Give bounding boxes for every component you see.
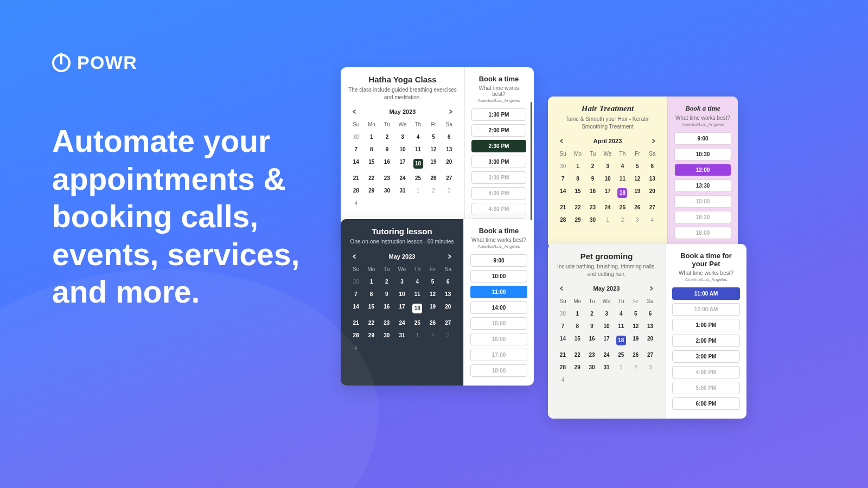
calendar-day[interactable]: 17 [599, 333, 614, 348]
calendar-day[interactable]: 28 [556, 215, 570, 225]
calendar-day[interactable]: 4 [410, 277, 425, 287]
time-slot[interactable]: 3:00 PM [471, 156, 526, 168]
calendar-day-other-month[interactable]: 1 [614, 362, 628, 373]
time-slot[interactable]: 4:00 PM [672, 366, 740, 378]
calendar-day[interactable]: 12 [425, 289, 440, 299]
calendar-day[interactable]: 1 [364, 132, 380, 142]
calendar-day[interactable]: 14 [556, 186, 570, 200]
calendar-day[interactable]: 25 [410, 173, 426, 183]
time-slot[interactable]: 3:30 PM [471, 171, 526, 184]
calendar-day[interactable]: 31 [394, 330, 410, 341]
calendar-day[interactable]: 18 [615, 186, 630, 200]
calendar-day[interactable]: 23 [585, 202, 600, 213]
calendar-day[interactable]: 12 [630, 174, 644, 184]
calendar-day[interactable]: 11 [615, 174, 630, 184]
calendar-day[interactable]: 17 [600, 186, 615, 200]
calendar-day[interactable]: 21 [348, 173, 364, 183]
calendar-day[interactable]: 27 [441, 318, 456, 328]
calendar-day[interactable]: 29 [570, 215, 585, 225]
time-slot[interactable]: 11:00 AM [672, 287, 740, 300]
calendar-day[interactable]: 9 [379, 144, 395, 155]
time-slot[interactable]: 10:30 [674, 148, 731, 160]
scrollbar[interactable] [531, 102, 532, 232]
calendar-day[interactable]: 5 [425, 277, 440, 287]
calendar-day-other-month[interactable]: 2 [628, 362, 643, 373]
calendar-day[interactable]: 2 [379, 132, 395, 142]
calendar-day[interactable]: 5 [426, 132, 442, 142]
prev-month-button[interactable] [559, 138, 564, 144]
calendar-day-other-month[interactable]: 30 [348, 132, 364, 142]
calendar-day[interactable]: 27 [643, 350, 658, 360]
calendar-day[interactable]: 16 [585, 333, 599, 348]
time-slot[interactable]: 3:00 PM [672, 350, 740, 363]
calendar-day-other-month[interactable]: 30 [556, 309, 570, 319]
calendar-day-other-month[interactable]: 4 [348, 343, 363, 353]
calendar-day[interactable]: 15 [570, 333, 585, 348]
calendar-day[interactable]: 27 [441, 173, 457, 183]
calendar-day[interactable]: 16 [585, 186, 600, 200]
calendar-day[interactable]: 24 [395, 173, 411, 183]
calendar-day[interactable]: 2 [585, 161, 600, 171]
calendar-day[interactable]: 16 [379, 157, 395, 171]
calendar-day[interactable]: 4 [615, 161, 630, 171]
calendar-day[interactable]: 4 [410, 132, 426, 142]
calendar-day[interactable]: 3 [599, 309, 614, 319]
calendar-day[interactable]: 26 [426, 173, 442, 183]
time-slot[interactable]: 2:00 PM [471, 124, 526, 137]
calendar-day[interactable]: 11 [410, 289, 425, 299]
time-slot[interactable]: 4:30 PM [471, 203, 526, 215]
calendar-day[interactable]: 19 [628, 333, 643, 348]
time-slot[interactable]: 4:00 PM [471, 187, 526, 200]
calendar-day[interactable]: 25 [615, 202, 630, 213]
calendar-day[interactable]: 9 [585, 321, 599, 331]
calendar-day[interactable]: 29 [364, 185, 380, 196]
calendar-day[interactable]: 3 [395, 132, 411, 142]
calendar-day[interactable]: 30 [585, 215, 600, 225]
calendar-day[interactable]: 6 [645, 161, 660, 171]
calendar-day[interactable]: 3 [600, 161, 615, 171]
calendar-day[interactable]: 14 [348, 301, 363, 316]
next-month-button[interactable] [651, 138, 656, 144]
calendar-day[interactable]: 7 [556, 174, 570, 184]
calendar-day[interactable]: 1 [570, 309, 585, 319]
time-slot[interactable]: 1:00 PM [672, 319, 740, 331]
calendar-day-other-month[interactable]: 4 [556, 375, 570, 385]
calendar-day[interactable]: 21 [556, 350, 570, 360]
calendar-day[interactable]: 19 [426, 157, 442, 171]
calendar-day[interactable]: 10 [600, 174, 615, 184]
calendar-day-other-month[interactable]: 3 [441, 185, 457, 196]
calendar-day[interactable]: 7 [348, 144, 364, 155]
calendar-day[interactable]: 2 [585, 309, 599, 319]
next-month-button[interactable] [448, 109, 454, 114]
calendar-day[interactable]: 14 [556, 333, 570, 348]
calendar-day-other-month[interactable]: 1 [410, 185, 426, 196]
calendar-day[interactable]: 30 [585, 362, 599, 373]
calendar-day[interactable]: 12 [426, 144, 442, 155]
calendar-day[interactable]: 7 [556, 321, 570, 331]
calendar-day[interactable]: 15 [570, 186, 585, 200]
calendar-day[interactable]: 17 [394, 301, 410, 316]
calendar-day[interactable]: 1 [570, 161, 585, 171]
calendar-day[interactable]: 22 [570, 350, 585, 360]
calendar-day[interactable]: 14 [348, 157, 364, 171]
calendar-day[interactable]: 6 [643, 309, 658, 319]
calendar-day[interactable]: 20 [441, 301, 456, 316]
calendar-day[interactable]: 19 [425, 301, 440, 316]
time-slot[interactable]: 9:00 [470, 254, 527, 267]
calendar-day[interactable]: 27 [645, 202, 660, 213]
time-slot[interactable]: 14:00 [470, 301, 527, 314]
calendar-day[interactable]: 13 [643, 321, 658, 331]
calendar-day[interactable]: 23 [379, 318, 394, 328]
prev-month-button[interactable] [352, 254, 357, 259]
calendar-day-other-month[interactable]: 4 [645, 215, 660, 225]
calendar-day[interactable]: 10 [395, 144, 411, 155]
time-slot[interactable]: 12:00 [674, 164, 731, 176]
calendar-day[interactable]: 18 [614, 333, 628, 348]
calendar-day[interactable]: 8 [363, 289, 379, 299]
calendar-day[interactable]: 25 [614, 350, 628, 360]
calendar-day[interactable]: 11 [410, 144, 426, 155]
calendar-day[interactable]: 20 [645, 186, 660, 200]
time-slot[interactable]: 12:00 AM [672, 303, 740, 316]
calendar-day[interactable]: 15 [363, 301, 379, 316]
time-slot[interactable]: 17:00 [470, 349, 527, 361]
